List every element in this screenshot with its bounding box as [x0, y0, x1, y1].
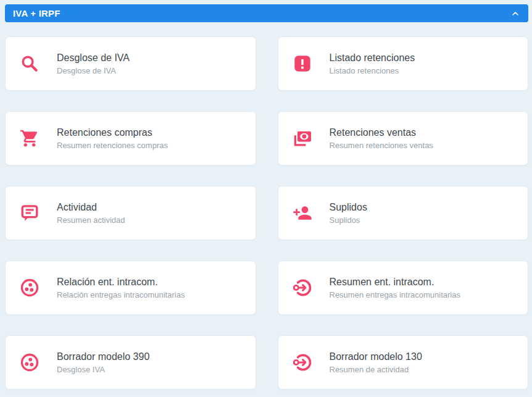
card-relacion-ent-intracom[interactable]: Relación ent. intracom. Relación entrega…: [5, 261, 256, 315]
arrow-loop-icon: [292, 352, 313, 373]
card-title: Borrador modelo 130: [330, 351, 422, 363]
card-subtitle: Resumen actividad: [57, 215, 125, 225]
group-work-icon: [19, 352, 40, 373]
group-work-icon: [19, 277, 40, 298]
card-actividad[interactable]: Actividad Resumen actividad: [5, 186, 256, 240]
card-title: Relación ent. intracom.: [57, 276, 185, 288]
card-title: Retenciones compras: [57, 127, 168, 139]
card-listado-retenciones[interactable]: Listado retenciones Listado retenciones: [278, 36, 529, 91]
card-desglose-iva[interactable]: Desglose de IVA Desglose de IVA: [5, 36, 256, 91]
alert-square-icon: [292, 53, 313, 74]
card-subtitle: Relación entregas intracomunitarias: [57, 290, 185, 300]
card-title: Borrador modelo 390: [57, 351, 149, 363]
report-cards-grid: Desglose de IVA Desglose de IVA Listado …: [5, 36, 528, 390]
person-add-icon: [292, 203, 313, 224]
card-title: Retenciones ventas: [330, 127, 433, 139]
section-header-iva-irpf[interactable]: IVA + IRPF: [5, 4, 528, 22]
card-subtitle: Listado retenciones: [330, 66, 415, 76]
card-title: Actividad: [57, 201, 125, 214]
card-title: Desglose de IVA: [57, 52, 130, 64]
arrow-loop-icon: [292, 277, 313, 298]
chevron-up-icon[interactable]: [510, 9, 520, 19]
card-retenciones-ventas[interactable]: Retenciones ventas Resumen retenciones v…: [278, 111, 529, 165]
card-subtitle: Desglose de IVA: [57, 66, 130, 76]
shopping-cart-icon: [19, 128, 40, 149]
card-borrador-modelo-390[interactable]: Borrador modelo 390 Desglose IVA: [5, 335, 256, 390]
card-subtitle: Desglose IVA: [57, 365, 149, 375]
section-title: IVA + IRPF: [13, 8, 60, 19]
card-title: Resumen ent. intracom.: [330, 276, 460, 288]
card-retenciones-compras[interactable]: Retenciones compras Resumen retenciones …: [5, 111, 256, 165]
card-borrador-modelo-130[interactable]: Borrador modelo 130 Resumen de actividad: [278, 335, 529, 390]
card-subtitle: Resumen retenciones ventas: [330, 141, 433, 151]
card-subtitle: Resumen retenciones compras: [57, 141, 168, 151]
card-suplidos[interactable]: Suplidos Suplidos: [278, 186, 529, 240]
search-icon: [19, 53, 40, 74]
card-title: Listado retenciones: [330, 52, 415, 64]
money-icon: [292, 128, 313, 149]
card-subtitle: Resumen de actividad: [330, 365, 422, 375]
card-subtitle: Resumen entregas intracomunitarias: [330, 290, 460, 300]
card-resumen-ent-intracom[interactable]: Resumen ent. intracom. Resumen entregas …: [278, 261, 529, 315]
comment-icon: [19, 203, 40, 224]
card-title: Suplidos: [330, 201, 367, 214]
card-subtitle: Suplidos: [330, 215, 367, 225]
